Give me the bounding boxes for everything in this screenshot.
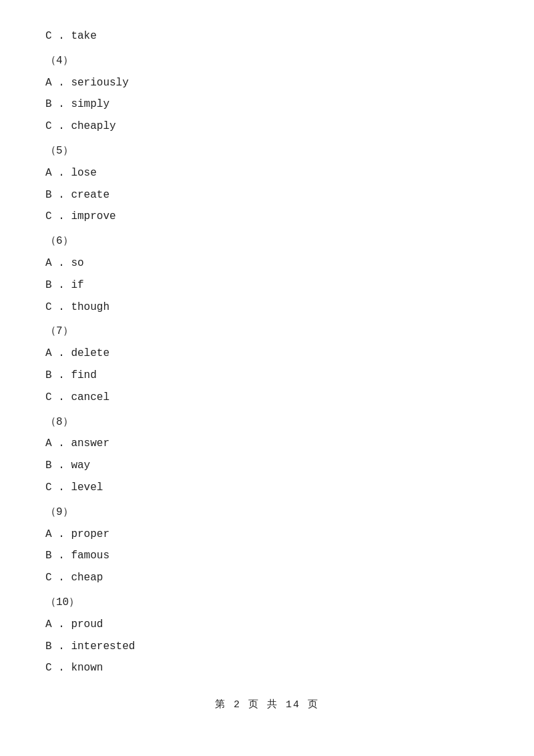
option-item: A . proud [45,615,494,634]
option-item: B . interested [45,637,494,656]
option-item: A . proper [45,525,494,544]
option-item: A . so [45,254,494,273]
main-content: C . take（4）A . seriouslyB . simplyC . ch… [40,27,494,711]
option-item: C . level [45,478,494,498]
question-number: （9） [45,503,494,522]
option-item: C . cheap [45,568,494,588]
question-number: （8） [45,413,494,432]
option-item: A . answer [45,434,494,453]
question-number: （5） [45,142,494,161]
question-number: （6） [45,232,494,251]
option-item: C . cheaply [45,117,494,136]
question-number: （4） [45,51,494,71]
page-footer: 第 2 页 共 14 页 [40,698,494,711]
option-item: C . known [45,658,494,678]
option-item: C . though [45,298,494,317]
option-item: B . famous [45,546,494,566]
option-item: C . take [45,27,494,46]
option-item: B . if [45,276,494,295]
option-item: A . seriously [45,73,494,93]
option-item: C . cancel [45,388,494,407]
question-number: （10） [45,593,494,612]
option-item: B . find [45,366,494,385]
option-item: B . simply [45,95,494,114]
option-item: C . improve [45,207,494,226]
option-item: A . delete [45,344,494,363]
question-number: （7） [45,322,494,341]
option-item: B . create [45,186,494,205]
option-item: A . lose [45,164,494,183]
option-item: B . way [45,456,494,476]
